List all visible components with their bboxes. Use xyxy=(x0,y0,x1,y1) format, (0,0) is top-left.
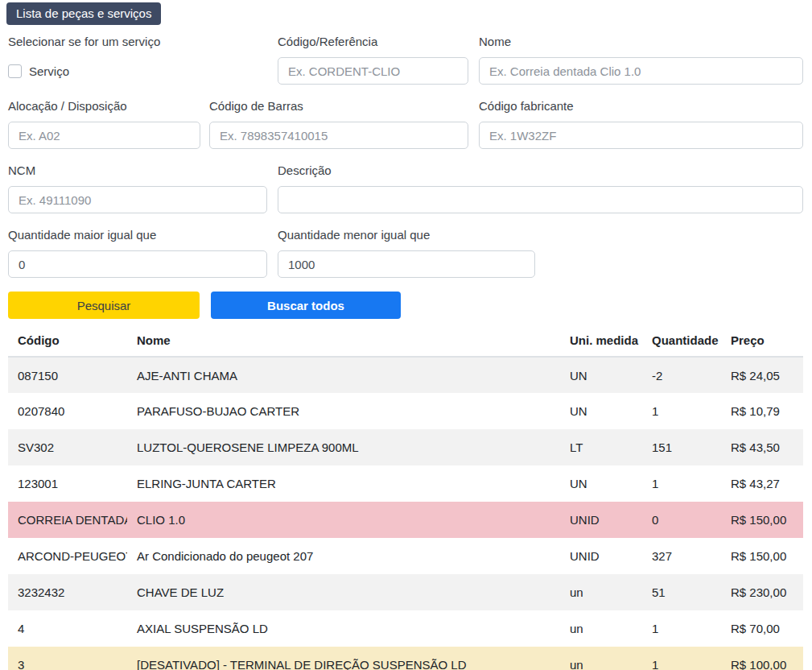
cell-uni-medida: UN xyxy=(560,393,642,429)
cell-nome: AJE-ANTI CHAMA xyxy=(127,357,560,393)
cell-uni-medida: un xyxy=(560,574,642,610)
cell-uni-medida: UNID xyxy=(560,538,642,574)
descricao-input[interactable] xyxy=(278,186,803,213)
cell-codigo: 0207840 xyxy=(8,393,127,429)
codigo-barras-label: Código de Barras xyxy=(209,100,468,113)
cell-codigo: 3 xyxy=(8,647,127,670)
cell-quantidade: 0 xyxy=(642,502,721,538)
cell-codigo: SV302 xyxy=(8,429,127,465)
cell-nome: ELRING-JUNTA CARTER xyxy=(127,465,560,502)
codigo-barras-input[interactable] xyxy=(209,122,468,149)
table-row[interactable]: 3 [DESATIVADO] - TERMINAL DE DIREÇÃO SUS… xyxy=(8,647,803,670)
qtd-menor-label: Quantidade menor igual que xyxy=(278,229,535,242)
cell-quantidade: 51 xyxy=(642,574,721,610)
cell-preco: R$ 150,00 xyxy=(721,538,803,574)
cell-quantidade: 1 xyxy=(642,393,721,429)
cell-preco: R$ 230,00 xyxy=(721,574,803,610)
cell-quantidade: 151 xyxy=(642,429,721,465)
search-button[interactable]: Pesquisar xyxy=(8,292,200,319)
qtd-maior-field: Quantidade maior igual que xyxy=(8,229,267,278)
filter-row-2: Alocação / Disposição Código de Barras C… xyxy=(8,100,803,149)
ncm-label: NCM xyxy=(8,164,267,177)
actions-row: Pesquisar Buscar todos xyxy=(8,292,803,319)
cell-nome: Ar Condicionado do peugeot 207 xyxy=(127,538,560,574)
cell-nome: CLIO 1.0 xyxy=(127,502,560,538)
table-row[interactable]: 087150 AJE-ANTI CHAMA UN -2 R$ 24,05 xyxy=(8,357,803,393)
cell-codigo: 087150 xyxy=(8,357,127,393)
table-row[interactable]: 3232432 CHAVE DE LUZ un 51 R$ 230,00 xyxy=(8,574,803,610)
service-checkbox[interactable] xyxy=(8,64,22,78)
filter-row-1: Selecionar se for um serviço Serviço Cód… xyxy=(8,35,803,85)
cell-preco: R$ 70,00 xyxy=(721,610,803,647)
descricao-label: Descrição xyxy=(278,164,803,177)
filter-row-4: Quantidade maior igual que Quantidade me… xyxy=(8,229,803,278)
service-field-label: Selecionar se for um serviço xyxy=(8,35,278,48)
codigo-referencia-input[interactable] xyxy=(278,57,468,85)
qtd-menor-field: Quantidade menor igual que xyxy=(278,229,535,278)
service-checkbox-label: Serviço xyxy=(29,64,69,78)
cell-preco: R$ 100,00 xyxy=(721,647,803,670)
codigo-fabricante-input[interactable] xyxy=(479,122,803,149)
codigo-fabricante-field: Código fabricante xyxy=(479,100,803,149)
column-header-uni-medida: Uni. medida xyxy=(560,325,642,357)
table-row[interactable]: ARCOND-PEUGEOT Ar Condicionado do peugeo… xyxy=(8,538,803,574)
cell-uni-medida: UN xyxy=(560,357,642,393)
cell-preco: R$ 150,00 xyxy=(721,502,803,538)
cell-nome: PARAFUSO-BUJAO CARTER xyxy=(127,393,560,429)
search-all-button[interactable]: Buscar todos xyxy=(211,292,401,319)
codigo-referencia-field: Código/Referência xyxy=(278,35,468,85)
cell-uni-medida: LT xyxy=(560,429,642,465)
cell-codigo: 123001 xyxy=(8,465,127,502)
cell-uni-medida: UNID xyxy=(560,502,642,538)
table-row[interactable]: 0207840 PARAFUSO-BUJAO CARTER UN 1 R$ 10… xyxy=(8,393,803,429)
qtd-maior-label: Quantidade maior igual que xyxy=(8,229,267,242)
cell-preco: R$ 10,79 xyxy=(721,393,803,429)
qtd-maior-input[interactable] xyxy=(8,250,267,278)
cell-codigo: CORREIA DENTADA xyxy=(8,502,127,538)
column-header-quantidade: Quantidade xyxy=(642,325,721,357)
service-checkbox-group: Serviço xyxy=(8,57,278,85)
cell-uni-medida: un xyxy=(560,610,642,647)
cell-nome: [DESATIVADO] - TERMINAL DE DIREÇÃO SUSPE… xyxy=(127,647,560,670)
codigo-referencia-label: Código/Referência xyxy=(278,35,468,48)
nome-label: Nome xyxy=(479,35,803,48)
cell-uni-medida: un xyxy=(560,647,642,670)
nome-input[interactable] xyxy=(479,57,803,85)
parts-table-header: Código Nome Uni. medida Quantidade Preço xyxy=(8,325,803,357)
column-header-preco: Preço xyxy=(721,325,803,357)
cell-codigo: 3232432 xyxy=(8,574,127,610)
table-row[interactable]: CORREIA DENTADA CLIO 1.0 UNID 0 R$ 150,0… xyxy=(8,502,803,538)
parts-table: Código Nome Uni. medida Quantidade Preço… xyxy=(8,325,803,670)
cell-nome: LUZTOL-QUEROSENE LIMPEZA 900ML xyxy=(127,429,560,465)
page-title: Lista de peças e serviços xyxy=(6,2,161,25)
filter-row-3: NCM Descrição xyxy=(8,164,803,213)
column-header-codigo: Código xyxy=(8,325,127,357)
cell-preco: R$ 24,05 xyxy=(721,357,803,393)
ncm-input[interactable] xyxy=(8,186,267,213)
codigo-fabricante-label: Código fabricante xyxy=(479,100,803,113)
alocacao-input[interactable] xyxy=(8,122,200,149)
cell-nome: AXIAL SUSPENSÃO LD xyxy=(127,610,560,647)
cell-quantidade: 1 xyxy=(642,465,721,502)
cell-codigo: 4 xyxy=(8,610,127,647)
column-header-nome: Nome xyxy=(127,325,560,357)
cell-codigo: ARCOND-PEUGEOT xyxy=(8,538,127,574)
cell-preco: R$ 43,27 xyxy=(721,465,803,502)
alocacao-label: Alocação / Disposição xyxy=(8,100,200,113)
cell-quantidade: 1 xyxy=(642,610,721,647)
cell-quantidade: 1 xyxy=(642,647,721,670)
alocacao-field: Alocação / Disposição xyxy=(8,100,200,149)
cell-quantidade: -2 xyxy=(642,357,721,393)
table-row[interactable]: SV302 LUZTOL-QUEROSENE LIMPEZA 900ML LT … xyxy=(8,429,803,465)
cell-quantidade: 327 xyxy=(642,538,721,574)
ncm-field: NCM xyxy=(8,164,267,213)
cell-uni-medida: UN xyxy=(560,465,642,502)
table-row[interactable]: 123001 ELRING-JUNTA CARTER UN 1 R$ 43,27 xyxy=(8,465,803,502)
cell-preco: R$ 43,50 xyxy=(721,429,803,465)
qtd-menor-input[interactable] xyxy=(278,250,535,278)
codigo-barras-field: Código de Barras xyxy=(209,100,468,149)
table-row[interactable]: 4 AXIAL SUSPENSÃO LD un 1 R$ 70,00 xyxy=(8,610,803,647)
cell-nome: CHAVE DE LUZ xyxy=(127,574,560,610)
service-field: Selecionar se for um serviço Serviço xyxy=(8,35,278,85)
parts-table-body: 087150 AJE-ANTI CHAMA UN -2 R$ 24,05 020… xyxy=(8,357,803,670)
